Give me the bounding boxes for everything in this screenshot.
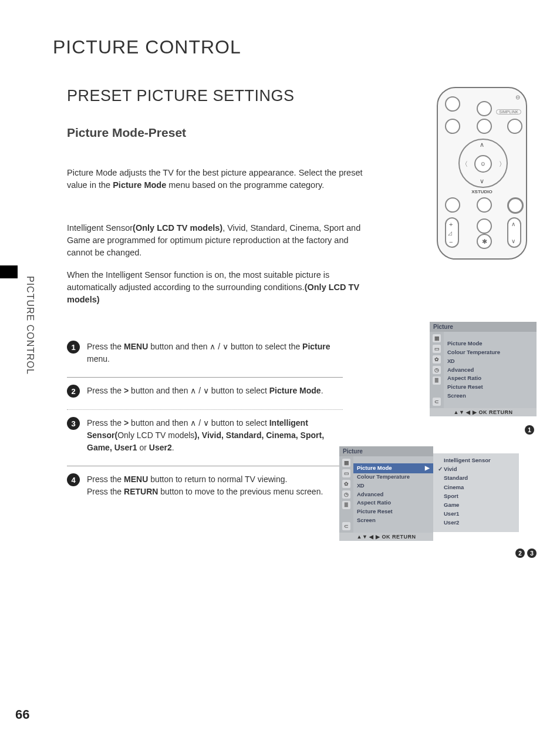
osd-title: Picture <box>430 322 537 332</box>
side-tab-label: PICTURE CONTROL <box>25 276 35 375</box>
gear-icon: ✿ <box>342 480 350 488</box>
osd-items: Picture Mode▶ Colour Temperature XD Adva… <box>353 462 433 527</box>
remote-button-f <box>507 197 524 214</box>
osd-item: Picture Reset <box>447 383 533 392</box>
remote-button-b <box>477 119 492 134</box>
simplink-label: SIMPLINK <box>496 109 521 115</box>
manual-page: PICTURE CONTROL 66 PICTURE CONTROL PRESE… <box>0 0 560 747</box>
osd-item: Picture Mode <box>447 339 533 348</box>
chevron-right-icon: ▶ <box>425 464 430 473</box>
text: menu based on the programme category. <box>166 180 324 190</box>
osd-item: Screen <box>357 516 430 525</box>
chevron-down-icon: ∨ <box>480 177 484 185</box>
picture-icon: ▦ <box>433 334 441 342</box>
osd-item: Aspect Ratio <box>357 499 430 507</box>
subsection-title-h3: Picture Mode-Preset <box>67 126 186 140</box>
clock-icon: ◷ <box>433 366 441 374</box>
clock-icon: ◷ <box>342 490 350 499</box>
step-2: 2 Press the > button and then ∧ / ∨ butt… <box>67 378 343 410</box>
remote-button-a <box>445 119 460 134</box>
power-button-icon <box>445 96 460 112</box>
remote-illustration: ⊖ SIMPLINK ⊙ ∧ ∨ 〈 〉 XSTUDIO + ◿ − ✱ ∧ ∨ <box>437 87 527 260</box>
osd-item: Aspect Ratio <box>447 374 533 383</box>
osd-item: Advanced <box>357 490 430 499</box>
remote-button-d <box>445 197 460 213</box>
step-badge: 1 <box>67 341 87 354</box>
check-icon: ✓ <box>438 465 444 473</box>
step-text: Press the > button and then ∧ / ∨ button… <box>87 385 343 397</box>
osd-item: Advanced <box>447 366 533 375</box>
text: When the Intelligent Sensor function is … <box>67 270 329 292</box>
picture-icon: ▦ <box>342 459 350 467</box>
display-icon: ▭ <box>342 469 350 477</box>
list-icon: ≣ <box>342 501 350 509</box>
volume-rocker-icon: + ◿ − <box>445 217 459 248</box>
osd-footer: ▲▼ ◀ ▶ OK RETURN <box>430 408 537 416</box>
osd-item: Colour Temperature <box>357 473 430 482</box>
osd-item: Picture Reset <box>357 507 430 516</box>
osd-menu-1: Picture ▦ ▭ ✿ ◷ ≣ ⊂ Picture Mode Colour … <box>430 322 537 416</box>
section-title-h2: PRESET PICTURE SETTINGS <box>67 87 295 105</box>
osd-item-xd: XD <box>447 357 533 366</box>
osd-items: Picture Mode Colour Temperature XD Advan… <box>444 337 537 402</box>
osd-item-selected: Picture Mode▶ <box>353 463 433 473</box>
osd-submenu: Intelligent Sensor ✓Vivid Standard Cinem… <box>433 453 519 532</box>
submenu-item: Intelligent Sensor <box>438 456 514 465</box>
step-text: Press the MENU button to return to norma… <box>87 473 343 498</box>
input-icon: ⊂ <box>342 522 350 530</box>
osd-footer: ▲▼ ◀ ▶ OK RETURN <box>339 533 433 541</box>
step-number: 4 <box>67 473 80 486</box>
channel-rocker-icon: ∧ ∨ <box>507 217 521 248</box>
osd-title: Picture <box>339 446 433 456</box>
osd-item: Colour Temperature <box>447 348 533 357</box>
led-icon: ⊖ <box>515 94 520 100</box>
step-badge: 4 <box>67 473 87 486</box>
submenu-item: User2 <box>438 518 514 527</box>
submenu-item: Standard <box>438 473 514 482</box>
step-number: 2 <box>67 385 80 398</box>
osd-item: Screen <box>447 392 533 401</box>
step-number: 3 <box>67 417 80 430</box>
step-4: 4 Press the MENU button to return to nor… <box>67 466 343 510</box>
steps-list: 1 Press the MENU button and then ∧ / ∨ b… <box>67 334 343 510</box>
ok-button-icon: ⊙ <box>474 155 492 173</box>
chevron-left-icon: 〈 <box>461 160 468 169</box>
chevron-up-icon: ∧ <box>480 141 484 149</box>
gear-icon: ✿ <box>433 355 441 364</box>
submenu-item: Game <box>438 500 514 509</box>
step-1: 1 Press the MENU button and then ∧ / ∨ b… <box>67 334 343 378</box>
callout-badge-1: 1 <box>525 425 534 435</box>
step-text: Press the MENU button and then ∧ / ∨ but… <box>87 341 343 365</box>
mute-button-icon: ✱ <box>477 234 492 249</box>
submenu-item: User1 <box>438 509 514 518</box>
chevron-right-icon: 〉 <box>499 160 505 169</box>
submenu-item: Sport <box>438 492 514 500</box>
step-badge: 3 <box>67 417 87 430</box>
bold-text: (Only LCD TV models) <box>133 223 222 233</box>
submenu-item: Cinema <box>438 483 514 492</box>
display-icon: ▭ <box>433 345 441 353</box>
callout-badge-2: 2 <box>515 549 525 558</box>
intro-paragraph-2: Intelligent Sensor(Only LCD TV models), … <box>67 222 366 259</box>
list-icon: ≣ <box>433 376 441 385</box>
remote-button-g <box>477 218 492 234</box>
xstudio-label: XSTUDIO <box>438 189 526 194</box>
text: Intelligent Sensor <box>67 223 133 233</box>
side-tab-marker <box>0 265 18 278</box>
page-title-h1: PICTURE CONTROL <box>53 36 241 58</box>
step-text: Press the > button and then ∧ / ∨ button… <box>87 417 343 454</box>
page-number: 66 <box>15 707 29 722</box>
bold-text: Picture Mode <box>113 180 166 190</box>
submenu-item-checked: ✓Vivid <box>438 465 514 473</box>
intro-paragraph-3: When the Intelligent Sensor function is … <box>67 269 366 306</box>
tv-radio-button-icon <box>477 101 492 116</box>
remote-button-c <box>507 119 522 134</box>
osd-icon-column: ▦ ▭ ✿ ◷ ≣ ⊂ <box>339 456 353 533</box>
intro-paragraph-1: Picture Mode adjusts the TV for the best… <box>67 167 366 191</box>
step-number: 1 <box>67 341 80 354</box>
remote-button-e <box>477 197 492 213</box>
osd-icon-column: ▦ ▭ ✿ ◷ ≣ ⊂ <box>430 332 444 408</box>
osd-menu-2: Picture ▦ ▭ ✿ ◷ ≣ ⊂ Picture Mode▶ Colour… <box>339 446 433 541</box>
step-badge: 2 <box>67 385 87 398</box>
input-icon: ⊂ <box>433 398 441 406</box>
